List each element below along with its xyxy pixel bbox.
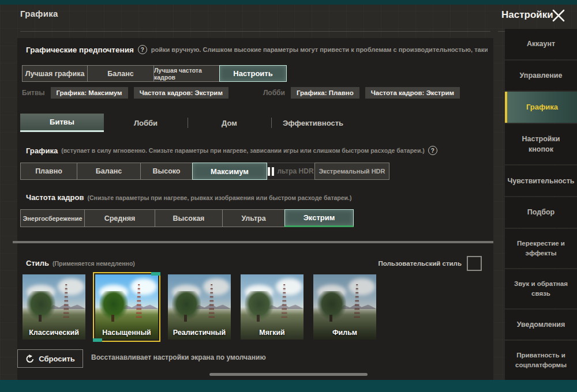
sidebar-item-label: Приватность и соцплатформы <box>509 350 572 370</box>
preset-button[interactable]: Настроить <box>219 65 287 82</box>
option-label: Ультра <box>241 214 265 223</box>
style-thumb[interactable]: Мягкий <box>238 272 306 342</box>
summary-chip: Частота кадров: Экстрим <box>365 87 460 99</box>
framerate-option[interactable]: Энергосбережение <box>20 209 85 227</box>
bottom-accent-bar <box>0 380 577 392</box>
sidebar-item[interactable]: Приватность и соцплатформы <box>505 341 577 380</box>
framerate-option[interactable]: Средняя <box>84 209 155 227</box>
graphics-option: льтра HDR <box>267 163 315 180</box>
section-divider <box>13 241 493 243</box>
sidebar-item-label: Уведомления <box>517 319 565 330</box>
home-indicator[interactable] <box>209 373 368 376</box>
tab[interactable]: Лобби <box>104 114 188 132</box>
close-icon <box>551 8 566 23</box>
style-label: Насыщенный <box>94 329 159 337</box>
style-thumb[interactable]: Реалистичный <box>166 272 233 342</box>
reset-description: Восстанавливает настройки экрана по умол… <box>91 353 266 361</box>
sidebar-item[interactable]: Уведомления <box>505 310 577 340</box>
sidebar-item-label: Подбор <box>527 207 554 217</box>
sidebar-item[interactable]: Аккаунт <box>505 29 577 59</box>
graphics-option[interactable]: Максимум <box>192 163 267 180</box>
option-label: Баланс <box>96 167 122 175</box>
preset-button[interactable]: Лучшая графика <box>22 65 88 82</box>
option-label: Энергосбережение <box>23 215 82 222</box>
custom-style-label: Пользовательский стиль <box>378 260 462 267</box>
option-label: Высокая <box>173 214 205 223</box>
tab[interactable]: Эффективность <box>271 114 355 132</box>
graphics-option[interactable]: Экстремальный HDR <box>314 163 389 180</box>
style-thumb[interactable]: Классический <box>20 272 88 342</box>
sidebar-item[interactable]: Настройки кнопок <box>505 124 577 165</box>
tree-trunk-shape <box>184 315 186 322</box>
sidebar-item[interactable]: Подбор <box>505 197 577 228</box>
framerate-title: Частота кадров <box>26 193 84 202</box>
option-label: Средняя <box>104 214 136 223</box>
graphics-option[interactable]: Плавно <box>20 163 77 180</box>
graphics-row: ПлавноБалансВысокоМаксимумльтра HDRЭкстр… <box>20 163 389 180</box>
sidebar-item-label: Аккаунт <box>527 39 555 49</box>
tree-trunk-shape <box>257 315 259 322</box>
style-label: Мягкий <box>239 329 305 337</box>
help-icon[interactable]: ? <box>138 45 147 54</box>
style-header: Стиль (Применяется немедленно) <box>26 259 135 267</box>
summary-chip: Графика: Максимум <box>51 87 128 99</box>
preset-row: Лучшая графикаБалансЛучшая частота кадро… <box>22 65 287 82</box>
preferences-header: Графические предпочтения ? ройки вручную… <box>26 44 488 55</box>
graphics-option[interactable]: Высоко <box>140 163 193 180</box>
cloud-icon <box>276 278 302 295</box>
graphics-note: (вступает в силу мгновенно. Снизьте пара… <box>61 147 425 154</box>
framerate-option[interactable]: Высокая <box>155 209 223 227</box>
top-accent-bar <box>0 0 577 5</box>
preset-button[interactable]: Лучшая частота кадров <box>153 65 220 82</box>
style-row: КлассическийНасыщенныйРеалистичныйМягкий… <box>20 272 379 342</box>
close-button[interactable] <box>550 7 567 24</box>
summary-chip: Частота кадров: Экстрим <box>134 87 228 99</box>
style-thumb[interactable]: Насыщенный <box>93 272 160 342</box>
option-label: Максимум <box>211 167 249 176</box>
preset-button[interactable]: Баланс <box>87 65 154 82</box>
option-label: Экстремальный HDR <box>319 168 385 175</box>
tab[interactable]: Битвы <box>20 114 104 132</box>
framerate-header: Частота кадров (Снизьте параметры при на… <box>26 193 352 202</box>
summary-row: БитвыГрафика: МаксимумЧастота кадров: Эк… <box>22 86 460 99</box>
cloud-icon <box>349 278 375 295</box>
style-label: Классический <box>21 329 87 337</box>
framerate-note: (Снизьте параметры при нагреве, рывках и… <box>87 194 351 201</box>
reset-label: Сбросить <box>39 355 75 363</box>
custom-style-checkbox[interactable] <box>467 256 482 271</box>
tab[interactable]: Дом <box>188 114 271 132</box>
sidebar-item[interactable]: Управление <box>505 61 577 91</box>
sidebar-item-label: Управление <box>520 70 563 81</box>
tabs-row: БитвыЛоббиДомЭффективность <box>20 114 355 132</box>
cloud-icon <box>203 278 230 295</box>
sidebar-item[interactable]: Перекрестие и эффекты <box>505 229 577 268</box>
sidebar-item[interactable]: Графика <box>505 92 577 122</box>
option-label: Экстрим <box>304 213 335 222</box>
framerate-option[interactable]: Ультра <box>222 209 285 227</box>
sidebar-item-label: Перекрестие и эффекты <box>509 239 572 258</box>
option-label: льтра HDR <box>277 167 313 175</box>
selection-corner <box>93 338 102 342</box>
option-label: Плавно <box>35 167 62 175</box>
help-icon[interactable]: ? <box>428 146 437 155</box>
framerate-option[interactable]: Экстрим <box>284 209 354 227</box>
summary-chip: Графика: Плавно <box>291 87 359 99</box>
custom-style-control: Пользовательский стиль <box>369 255 482 272</box>
sidebar-item[interactable]: Чувствительность <box>505 165 577 196</box>
summary-group-label: Битвы <box>22 89 45 97</box>
preferences-title: Графические предпочтения <box>26 46 134 54</box>
settings-title: Настройки <box>501 9 553 21</box>
tree-trunk-shape <box>111 315 114 322</box>
style-title: Стиль <box>26 259 49 267</box>
graphics-option[interactable]: Баланс <box>77 163 141 180</box>
style-note: (Применяется немедленно) <box>53 260 135 267</box>
selection-corner <box>151 272 160 276</box>
sidebar-item[interactable]: Звук и обратная связь <box>505 269 577 308</box>
sidebar-item-label: Графика <box>526 102 558 113</box>
graphics-title: Графика <box>26 146 58 155</box>
style-thumb[interactable]: Фильм <box>311 272 379 342</box>
reset-button[interactable]: Сбросить <box>17 349 83 368</box>
preferences-description: ройки вручную. Слишком высокие параметры… <box>151 46 488 53</box>
graphics-header: Графика (вступает в силу мгновенно. Сниз… <box>26 146 437 155</box>
style-label: Фильм <box>312 329 377 337</box>
